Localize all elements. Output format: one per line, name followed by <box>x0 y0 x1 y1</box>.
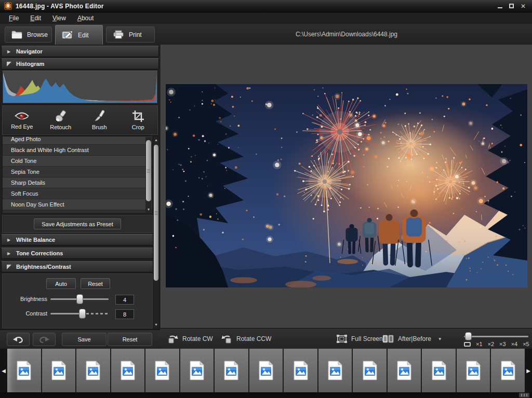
preset-item[interactable]: Cold Tone <box>3 156 152 167</box>
zoom-scale-row: ×1×2×3×4×5 <box>464 341 529 347</box>
image-file-icon <box>51 361 66 380</box>
filmstrip-thumbnail[interactable] <box>353 349 387 392</box>
sidebar-scrollbar-thumb[interactable] <box>154 145 158 281</box>
contrast-label: Contrast <box>3 310 47 317</box>
tab-label: Browse <box>27 31 48 38</box>
tab-label: Edit <box>78 32 89 39</box>
image-file-icon <box>466 361 481 380</box>
save-adjustments-as-preset-button[interactable]: Save Adjustments as Preset <box>34 218 121 229</box>
zoom-scale-labels: ×1×2×3×4×5 <box>476 341 529 347</box>
rotate-ccw-button[interactable]: Rotate CCW <box>221 328 271 349</box>
scroll-down-icon[interactable]: ▼ <box>145 206 152 213</box>
zoom-slider-track[interactable] <box>464 336 528 337</box>
after-before-icon <box>382 335 394 343</box>
preset-item[interactable]: Aged Photo <box>3 136 152 145</box>
red-eye-tool-button[interactable]: Red Eye <box>3 106 42 134</box>
filmstrip-thumbnail[interactable] <box>284 349 317 392</box>
filmstrip-thumbnail[interactable] <box>422 349 456 392</box>
menu-item-view[interactable]: View <box>47 13 72 23</box>
brightness-slider[interactable] <box>50 298 109 300</box>
panel-header-tone-corrections[interactable]: ▶ Tone Corrections <box>1 248 159 259</box>
brightness-slider-thumb[interactable] <box>76 294 83 304</box>
resize-grip[interactable] <box>519 393 529 397</box>
filmstrip-thumbnail[interactable] <box>76 349 110 392</box>
scroll-up-icon[interactable]: ▲ <box>153 136 159 143</box>
preset-item[interactable]: Sepia Tone <box>3 167 152 177</box>
brightness-label: Brightness <box>3 296 47 302</box>
preset-list: Aged PhotoBlack and White High ContrastC… <box>3 136 152 210</box>
filmstrip-thumbnail[interactable] <box>111 349 145 392</box>
panel-header-navigator[interactable]: ▶ Navigator <box>1 46 159 57</box>
rotate-cw-button[interactable]: Rotate CW <box>167 328 213 349</box>
filmstrip-right-arrow-icon[interactable]: ▶ <box>525 349 532 392</box>
crop-tool-button[interactable]: Crop <box>119 106 158 134</box>
filmstrip-thumbnail[interactable] <box>42 349 76 392</box>
zoom-slider-thumb[interactable] <box>465 332 472 340</box>
panel-header-brightness-contrast[interactable]: Brightness/Contrast <box>1 261 159 272</box>
zoom-scale-2[interactable]: ×2 <box>488 341 495 347</box>
filmstrip-cells <box>7 349 525 392</box>
reset-button[interactable]: Reset <box>108 333 152 346</box>
contrast-value-field[interactable]: 8 <box>115 309 134 319</box>
filmstrip-thumbnail[interactable] <box>249 349 283 392</box>
image-file-icon <box>154 361 170 380</box>
filmstrip-thumbnail[interactable] <box>180 349 214 392</box>
tab-edit[interactable]: Edit <box>55 25 103 45</box>
tools-row: Red Eye Retouch Brush Crop <box>2 105 158 135</box>
undo-button[interactable] <box>7 333 30 346</box>
filmstrip: ◀ ▶ <box>0 349 532 392</box>
filmstrip-thumbnail[interactable] <box>457 349 490 392</box>
preset-item[interactable]: Noon Day Sun Effect <box>3 199 152 210</box>
preset-scrollbar-thumb[interactable] <box>146 140 151 201</box>
brush-tool-button[interactable]: Brush <box>80 106 119 134</box>
filmstrip-thumbnail[interactable] <box>388 349 421 392</box>
save-preset-row: Save Adjustments as Preset <box>2 215 153 233</box>
sidebar-scrollbar[interactable]: ▲ ▼ <box>153 136 159 328</box>
panel-header-histogram[interactable]: Histogram <box>1 58 159 70</box>
tool-label: Brush <box>92 124 107 130</box>
menu-item-about[interactable]: About <box>72 13 99 23</box>
dropdown-arrow-icon[interactable]: ▼ <box>438 337 442 341</box>
preset-item[interactable]: Sharp Details <box>3 177 152 188</box>
panel-header-white-balance[interactable]: ▶ White Balance <box>1 234 159 245</box>
sidebar: ▶ Navigator Histogram Red Eye <box>0 45 160 349</box>
full-screen-button[interactable]: Full Screen <box>337 328 383 349</box>
redo-button[interactable] <box>33 333 56 346</box>
menu-item-edit[interactable]: Edit <box>24 13 47 23</box>
tab-browse[interactable]: Browse <box>5 26 52 43</box>
fit-to-screen-icon[interactable] <box>464 342 471 347</box>
menu-item-file[interactable]: File <box>3 13 24 23</box>
bottom-edge <box>0 392 532 398</box>
after-before-button[interactable]: After|Before ▼ <box>382 328 442 349</box>
zoom-scale-1[interactable]: ×1 <box>476 341 483 347</box>
save-button[interactable]: Save <box>62 333 107 346</box>
filmstrip-thumbnail[interactable] <box>145 349 179 392</box>
zoom-scale-3[interactable]: ×3 <box>499 341 506 347</box>
auto-button[interactable]: Auto <box>46 278 76 289</box>
preset-item[interactable]: Black and White High Contrast <box>3 145 152 156</box>
filmstrip-thumbnail[interactable] <box>215 349 248 392</box>
minimize-icon[interactable] <box>498 7 502 8</box>
contrast-slider-thumb[interactable] <box>79 309 86 319</box>
filmstrip-thumbnail[interactable] <box>318 349 352 392</box>
preset-item[interactable]: Soft Focus <box>3 188 152 199</box>
photo-preview[interactable] <box>166 84 527 287</box>
maximize-icon[interactable] <box>509 4 514 8</box>
top-toolbar: Browse Edit Print C:\Users\Admin\Downloa… <box>0 24 532 45</box>
preset-scrollbar[interactable]: ▼ <box>145 137 152 213</box>
tab-print[interactable]: Print <box>106 26 155 43</box>
zoom-slider[interactable] <box>464 333 528 340</box>
zoom-scale-5[interactable]: ×5 <box>523 341 529 347</box>
brightness-value-field[interactable]: 4 <box>115 295 134 305</box>
bc-reset-button[interactable]: Reset <box>81 278 110 289</box>
filmstrip-left-arrow-icon[interactable]: ◀ <box>0 349 7 392</box>
contrast-slider[interactable] <box>50 313 109 314</box>
scroll-down-icon[interactable]: ▼ <box>153 321 159 328</box>
collapsed-arrow-icon: ▶ <box>2 238 16 242</box>
filmstrip-thumbnail[interactable] <box>7 349 41 392</box>
image-file-icon <box>327 361 343 380</box>
filmstrip-thumbnail[interactable] <box>491 349 525 392</box>
close-icon[interactable]: ✕ <box>521 3 526 9</box>
zoom-scale-4[interactable]: ×4 <box>511 341 518 347</box>
retouch-tool-button[interactable]: Retouch <box>42 106 81 134</box>
